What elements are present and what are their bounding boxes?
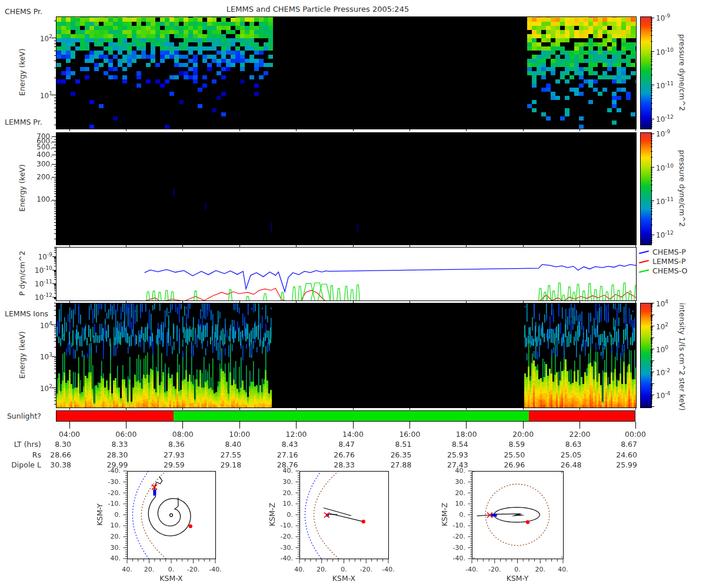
axis-tick-label: 10-12: [35, 292, 52, 302]
colorbar-tick-label: 10-10: [656, 163, 674, 172]
axis-tick: [52, 155, 56, 155]
pressure-line-plot-canvas: [56, 247, 637, 301]
axis-tick: [52, 136, 56, 137]
axis-tick: [52, 200, 56, 201]
axis-tick: [52, 38, 56, 38]
sunlight-segment-no: [56, 411, 174, 421]
lemms-p-line-swatch: [639, 260, 649, 263]
colorbar-tick-label: 10-12: [656, 230, 674, 239]
axis-tick-label: 102: [40, 34, 52, 43]
colorbar-tick-label: 100: [656, 345, 668, 354]
axis-tick: [69, 422, 70, 429]
row-value: 27.93: [164, 450, 185, 459]
colorbar-lemms-pr: [640, 132, 652, 245]
orbit2-xlabel: KSM-X: [299, 574, 388, 583]
axis-tick: [239, 422, 240, 429]
orbit3-xlabel: KSM-Y: [472, 574, 563, 583]
sunlight-label: Sunlight?: [7, 412, 41, 420]
lemms-pr-ylabel: Energy (keV): [18, 132, 26, 244]
row-value: 8.59: [508, 440, 525, 449]
sunlight-segment-yes: [174, 411, 530, 421]
sunlight-bar: [56, 410, 635, 422]
axis-tick: [182, 422, 183, 425]
axis-tick-label: 10-10: [35, 265, 52, 275]
axis-tick: [409, 422, 410, 425]
sunlight-segment-no: [529, 411, 635, 421]
row-value: 24.60: [616, 450, 637, 459]
axis-tick: [52, 387, 56, 388]
row-value: 25.50: [504, 450, 525, 459]
axis-tick-label: 102: [40, 383, 52, 393]
row-value: 8.47: [338, 440, 355, 449]
axis-tick: [52, 177, 56, 178]
axis-tick: [239, 422, 240, 425]
colorbar-tick-label: 102: [656, 322, 668, 331]
axis-tick: [296, 422, 297, 425]
row-value: 28.66: [50, 450, 71, 459]
legend-label-lemms-p: LEMMS-P: [652, 257, 685, 266]
axis-tick-label: 500.: [36, 143, 52, 151]
axis-tick: [52, 95, 56, 95]
axis-tick: [296, 422, 297, 429]
colorbar-tick-label: 10-9: [656, 129, 670, 138]
axis-tick: [52, 148, 56, 148]
time-tick-label: 20:00: [512, 430, 534, 439]
axis-tick: [52, 356, 56, 357]
chems-p-line-swatch: [639, 250, 649, 254]
plot-page: LEMMS and CHEMS Particle Pressures 2005:…: [0, 0, 706, 588]
orbit1-ylabel: KSM-Y: [95, 471, 104, 559]
colorbar-tick-label: 10-9: [656, 13, 670, 22]
chems-pr-ylabel: Energy (keV): [18, 16, 26, 128]
axis-tick: [523, 422, 524, 429]
time-tick-label: 18:00: [456, 430, 477, 439]
axis-tick: [635, 422, 636, 429]
row-value: 25.93: [447, 450, 468, 459]
chems-pr-label: CHEMS Pr.: [5, 7, 42, 16]
colorbar-tick-label: 10-2: [656, 368, 670, 377]
row-value: 8.51: [395, 440, 412, 449]
legend-label-chems-o: CHEMS-O: [652, 266, 687, 275]
axis-tick-label: 101: [40, 91, 52, 100]
row-value: 8.33: [112, 440, 128, 449]
axis-tick: [409, 422, 410, 429]
row-value: 27.55: [220, 450, 241, 459]
time-tick-label: 10:00: [229, 430, 250, 439]
lemms-ions-ylabel: Energy (keV): [18, 303, 26, 407]
row-label-rs: Rs: [32, 450, 41, 459]
time-tick-label: 14:00: [342, 430, 364, 439]
colorbar2-unit-label: pressure dyne/cm^2: [678, 132, 687, 244]
axis-tick-label: 104: [40, 320, 52, 330]
colorbar-tick-label: 10-4: [656, 390, 670, 400]
orbit1-xlabel: KSM-X: [127, 574, 215, 583]
row-value: 8.30: [55, 440, 71, 449]
row-value: 8.67: [621, 440, 637, 449]
colorbar-tick-label: 10-11: [656, 81, 674, 90]
row-value: 26.76: [334, 450, 355, 459]
lemms-ions-label: LEMMS Ions: [5, 309, 48, 318]
axis-tick: [69, 422, 70, 425]
axis-tick: [126, 422, 126, 425]
axis-tick-label: 700.: [36, 132, 52, 141]
orbit-plot-ksmx-ksmy-canvas: [88, 463, 225, 588]
row-value: 8.40: [225, 440, 241, 449]
axis-tick-label: 103: [40, 352, 52, 361]
axis-tick: [466, 422, 467, 429]
orbit3-ylabel: KSM-Z: [440, 471, 449, 559]
time-tick-label: 00:00: [625, 430, 646, 439]
time-tick-label: 12:00: [286, 430, 307, 439]
lemms-pressure-spectrogram-canvas: [56, 132, 637, 245]
axis-tick-label: 200.: [36, 173, 52, 181]
row-value: 28.30: [107, 450, 128, 459]
row-value: 27.16: [277, 450, 298, 459]
colorbar1-unit-label: pressure dyne/cm^2: [678, 16, 687, 128]
colorbar-chems-pr: [640, 16, 652, 129]
row-value: 8.43: [282, 440, 298, 449]
axis-tick: [523, 422, 524, 425]
time-tick-label: 06:00: [115, 430, 136, 439]
row-label-dipole-l: Dipole L: [11, 460, 41, 469]
axis-tick: [353, 422, 354, 429]
orbit2-ylabel: KSM-Z: [268, 471, 277, 559]
axis-tick: [52, 325, 56, 325]
time-tick-label: 08:00: [172, 430, 194, 439]
axis-tick-label: 100.: [36, 195, 52, 203]
